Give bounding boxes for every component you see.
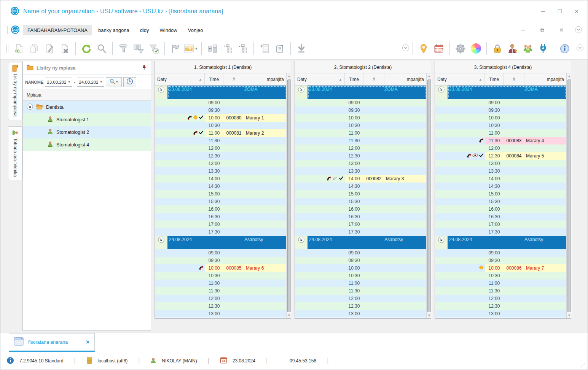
time-slot-row[interactable]: 09:30 bbox=[295, 257, 426, 264]
toolbar-overflow-chevron2-icon[interactable] bbox=[576, 44, 584, 53]
time-slot-row[interactable]: 15:00 bbox=[155, 190, 286, 198]
time-slot-row[interactable]: 13:00 bbox=[155, 160, 286, 167]
collapse-arrow-icon[interactable] bbox=[27, 103, 33, 111]
time-slot-row[interactable]: 15:00 bbox=[295, 190, 426, 198]
time-slot-row[interactable]: 09:00 bbox=[295, 249, 426, 257]
close-button[interactable]: ✕ bbox=[571, 6, 582, 16]
time-slot-row[interactable]: 13:00 bbox=[295, 160, 426, 167]
day-band-24-08-2024[interactable]: 24.08.2024Asabotsy bbox=[155, 236, 286, 249]
time-slot-row[interactable]: 12:30 bbox=[295, 302, 426, 310]
time-slot-row[interactable]: 10:30 bbox=[435, 122, 566, 129]
column-header-name[interactable]: mpanjifa bbox=[244, 73, 286, 85]
time-slot-row[interactable]: 16:00 bbox=[155, 205, 286, 213]
flag-button[interactable] bbox=[168, 41, 183, 57]
time-slot-row[interactable]: 11:00 bbox=[155, 279, 286, 287]
time-slot-row[interactable]: 10:00 bbox=[295, 264, 426, 272]
menu-item-banky-angona[interactable]: banky angona bbox=[94, 25, 134, 35]
time-slot-row[interactable]: 16:30 bbox=[155, 213, 286, 221]
new-document-button[interactable] bbox=[11, 41, 27, 57]
time-slot-row[interactable]: 12:00 bbox=[155, 295, 286, 302]
time-slot-row[interactable]: 12:00 bbox=[295, 145, 426, 152]
time-slot-row[interactable]: 16:30 bbox=[435, 213, 566, 221]
time-slot-row[interactable]: 12:00 bbox=[155, 145, 286, 152]
tree-node-stomatologist-1[interactable]: Stomatologist 1 bbox=[23, 113, 151, 126]
time-slot-row[interactable]: 10:30 bbox=[295, 122, 426, 129]
tree-node-stomatologist-2[interactable]: Stomatologist 2 bbox=[23, 126, 151, 138]
menu-item-didy[interactable]: didy bbox=[135, 25, 154, 35]
scroll-up-icon[interactable]: ▲ bbox=[427, 73, 432, 79]
minimize-button[interactable]: ─ bbox=[537, 6, 549, 16]
toolbar-grip[interactable] bbox=[6, 26, 8, 34]
date-from-combo[interactable]: 23.08.2024▼ bbox=[45, 78, 72, 87]
filter-check-button[interactable] bbox=[146, 41, 161, 57]
day-band-24-08-2024[interactable]: 24.08.2024Asabotsy bbox=[295, 236, 426, 249]
vertical-scrollbar[interactable]: ▲▼ bbox=[566, 73, 572, 318]
expand-day-icon[interactable] bbox=[158, 237, 164, 244]
appointment-row[interactable]: 10:00000080Marary 1 bbox=[155, 114, 286, 122]
time-slot-row[interactable]: 10:30 bbox=[295, 272, 426, 279]
time-slot-row[interactable]: 16:30 bbox=[295, 213, 426, 221]
resize-grip[interactable]: ⋰ bbox=[581, 362, 585, 367]
edit-document-button[interactable] bbox=[42, 41, 57, 57]
expand-day-icon[interactable] bbox=[158, 86, 164, 94]
mdi-restore-button[interactable]: ⧉ bbox=[537, 25, 548, 35]
menu-item-vonjeo[interactable]: Vonjeo bbox=[183, 25, 208, 35]
scroll-down-icon[interactable]: ▼ bbox=[427, 313, 432, 318]
user-key-button[interactable] bbox=[505, 41, 520, 57]
time-slot-row[interactable]: 13:00 bbox=[435, 310, 566, 318]
day-band-24-08-2024[interactable]: 24.08.2024Asabotsy bbox=[435, 236, 566, 249]
scroll-thumb[interactable] bbox=[287, 79, 291, 312]
tab-fisoratana-anarana[interactable]: fisoratana anarana ✕ bbox=[9, 333, 95, 352]
schedule-clock-button[interactable] bbox=[123, 77, 136, 87]
menu-item-window[interactable]: Window bbox=[155, 25, 182, 35]
time-slot-row[interactable]: 10:30 bbox=[435, 272, 566, 279]
time-slot-row[interactable]: 15:30 bbox=[155, 198, 286, 205]
time-slot-row[interactable]: 10:30 bbox=[155, 272, 286, 279]
time-slot-row[interactable]: 16:00 bbox=[435, 205, 566, 213]
menu-item-fandaharam-potoana[interactable]: FANDAHARAM-POTOANA bbox=[23, 25, 92, 35]
time-slot-row[interactable]: 11:30 bbox=[155, 137, 286, 145]
time-slot-row[interactable]: 17:30 bbox=[295, 228, 426, 236]
time-slot-row[interactable]: 10:00 bbox=[435, 114, 566, 122]
filter-button[interactable] bbox=[116, 41, 131, 57]
time-slot-row[interactable]: 09:30 bbox=[295, 106, 426, 114]
time-slot-row[interactable]: 09:30 bbox=[435, 257, 566, 264]
column-header-num[interactable]: # bbox=[504, 73, 524, 85]
image-dropdown-button[interactable]: ▼ bbox=[183, 41, 198, 57]
time-slot-row[interactable]: 17:30 bbox=[435, 228, 566, 236]
expand-tree-button[interactable] bbox=[235, 41, 250, 57]
appointment-row[interactable]: 10:00000086Marary 7 bbox=[435, 264, 566, 272]
filter-panel-button[interactable] bbox=[131, 41, 146, 57]
time-slot-row[interactable]: 09:00 bbox=[155, 99, 286, 106]
time-slot-row[interactable]: 14:00 bbox=[155, 175, 286, 183]
time-slot-row[interactable]: 09:00 bbox=[295, 99, 426, 106]
time-slot-row[interactable]: 11:30 bbox=[295, 287, 426, 295]
column-header-daty[interactable]: Daty▲ bbox=[435, 73, 485, 85]
time-slot-row[interactable]: 13:30 bbox=[295, 167, 426, 175]
day-band-23-08-2024[interactable]: 23.08.2024ZOMA bbox=[155, 86, 286, 99]
column-header-name[interactable]: mpanjifa bbox=[524, 73, 566, 85]
appointment-row[interactable]: 11:30000083Marary 4 bbox=[435, 137, 566, 145]
menu-overflow-chevron-icon[interactable] bbox=[575, 26, 582, 35]
tab-close-icon[interactable]: ✕ bbox=[86, 339, 90, 345]
time-slot-row[interactable]: 14:30 bbox=[435, 183, 566, 190]
time-slot-row[interactable]: 09:00 bbox=[155, 249, 286, 257]
time-slot-row[interactable]: 11:00 bbox=[295, 129, 426, 137]
settings-button[interactable] bbox=[453, 41, 468, 57]
scroll-thumb[interactable] bbox=[427, 79, 431, 312]
info-button[interactable] bbox=[557, 41, 572, 57]
column-header-daty[interactable]: Daty▲ bbox=[295, 73, 345, 85]
location-button[interactable] bbox=[416, 41, 431, 57]
scroll-down-icon[interactable]: ▼ bbox=[567, 313, 572, 318]
expand-day-icon[interactable] bbox=[438, 86, 445, 94]
appointment-row[interactable]: 10:00000085Marary 6 bbox=[155, 264, 286, 272]
time-slot-row[interactable]: 17:00 bbox=[295, 221, 426, 228]
plug-button[interactable] bbox=[535, 41, 551, 57]
refresh-button[interactable] bbox=[79, 41, 94, 57]
time-slot-row[interactable]: 12:00 bbox=[295, 295, 426, 302]
time-slot-row[interactable]: 11:00 bbox=[435, 279, 566, 287]
toolbar-overflow-chevron-icon[interactable] bbox=[402, 44, 410, 53]
time-slot-row[interactable]: 14:30 bbox=[155, 183, 286, 190]
time-slot-row[interactable]: 11:00 bbox=[295, 279, 426, 287]
time-slot-row[interactable]: 13:30 bbox=[435, 167, 566, 175]
